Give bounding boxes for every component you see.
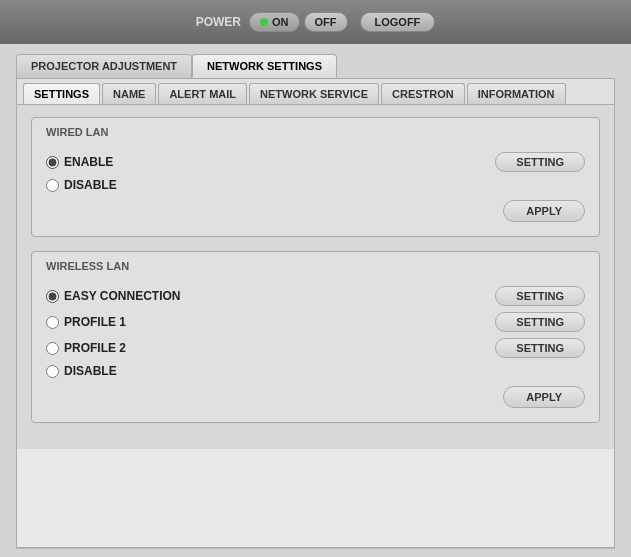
wired-lan-enable-radio[interactable]: [46, 156, 59, 169]
subtab-crestron[interactable]: CRESTRON: [381, 83, 465, 104]
wireless-easy-connection-label[interactable]: EASY CONNECTION: [46, 289, 180, 303]
wireless-profile1-radio[interactable]: [46, 316, 59, 329]
subtab-information[interactable]: INFORMATION: [467, 83, 566, 104]
wireless-disable-label[interactable]: DISABLE: [46, 364, 117, 378]
subtab-settings[interactable]: SETTINGS: [23, 83, 100, 104]
wired-lan-setting-button[interactable]: SETTING: [495, 152, 585, 172]
power-label: POWER: [196, 15, 241, 29]
wireless-profile1-row: PROFILE 1 SETTING: [46, 312, 585, 332]
wireless-easy-connection-radio[interactable]: [46, 290, 59, 303]
main-content: PROJECTOR ADJUSTMENT NETWORK SETTINGS SE…: [0, 44, 631, 557]
wireless-easy-setting-button[interactable]: SETTING: [495, 286, 585, 306]
wired-lan-enable-label[interactable]: ENABLE: [46, 155, 113, 169]
footer: Copyright (C) NEC Display Solutions, Ltd…: [16, 548, 615, 557]
power-off-button[interactable]: OFF: [304, 12, 348, 32]
subtab-network-service[interactable]: NETWORK SERVICE: [249, 83, 379, 104]
power-on-button[interactable]: ON: [249, 12, 300, 32]
sub-tabs: SETTINGS NAME ALERT MAIL NETWORK SERVICE…: [17, 79, 614, 105]
wireless-profile1-setting-button[interactable]: SETTING: [495, 312, 585, 332]
wireless-lan-title: WIRELESS LAN: [46, 260, 585, 276]
wireless-disable-row: DISABLE: [46, 364, 585, 378]
wireless-lan-apply-row: APPLY: [46, 386, 585, 408]
wired-lan-section: WIRED LAN ENABLE SETTING DISABLE: [31, 117, 600, 237]
wireless-profile2-row: PROFILE 2 SETTING: [46, 338, 585, 358]
wired-lan-enable-row: ENABLE SETTING: [46, 152, 585, 172]
wireless-lan-apply-button[interactable]: APPLY: [503, 386, 585, 408]
wired-lan-apply-row: APPLY: [46, 200, 585, 222]
logoff-label: LOGOFF: [375, 16, 421, 28]
wired-lan-disable-row: DISABLE: [46, 178, 585, 192]
wired-lan-apply-button[interactable]: APPLY: [503, 200, 585, 222]
content-panel: SETTINGS NAME ALERT MAIL NETWORK SERVICE…: [16, 78, 615, 548]
wireless-profile2-setting-button[interactable]: SETTING: [495, 338, 585, 358]
top-tabs: PROJECTOR ADJUSTMENT NETWORK SETTINGS: [16, 54, 615, 78]
tab-network-settings[interactable]: NETWORK SETTINGS: [192, 54, 337, 78]
wireless-profile2-label[interactable]: PROFILE 2: [46, 341, 126, 355]
wireless-easy-connection-row: EASY CONNECTION SETTING: [46, 286, 585, 306]
wired-lan-disable-label[interactable]: DISABLE: [46, 178, 117, 192]
logoff-button[interactable]: LOGOFF: [360, 12, 436, 32]
wireless-disable-radio[interactable]: [46, 365, 59, 378]
subtab-alert-mail[interactable]: ALERT MAIL: [158, 83, 247, 104]
panel-body: WIRED LAN ENABLE SETTING DISABLE: [17, 105, 614, 449]
wired-lan-disable-radio[interactable]: [46, 179, 59, 192]
subtab-name[interactable]: NAME: [102, 83, 156, 104]
tab-projector-adjustment[interactable]: PROJECTOR ADJUSTMENT: [16, 54, 192, 78]
power-bar: POWER ON OFF LOGOFF: [0, 0, 631, 44]
wireless-profile1-label[interactable]: PROFILE 1: [46, 315, 126, 329]
power-on-label: ON: [272, 16, 289, 28]
wireless-profile2-radio[interactable]: [46, 342, 59, 355]
power-on-indicator: [260, 18, 268, 26]
wired-lan-title: WIRED LAN: [46, 126, 585, 142]
power-off-label: OFF: [315, 16, 337, 28]
wireless-lan-section: WIRELESS LAN EASY CONNECTION SETTING PRO…: [31, 251, 600, 423]
